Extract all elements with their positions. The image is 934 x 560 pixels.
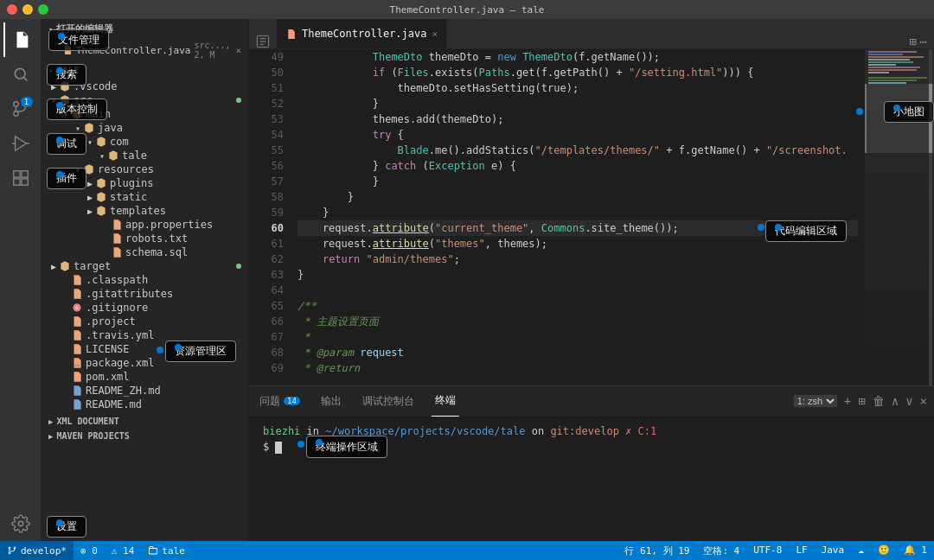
errors-status[interactable]: ⊗ 0: [74, 541, 105, 560]
code-editor[interactable]: ThemeDto themeDto = new ThemeDto(f.getNa…: [291, 49, 865, 385]
tree-label: templates: [110, 205, 166, 217]
branch-status[interactable]: develop*: [0, 541, 74, 560]
tree-item-static[interactable]: ▶ static: [42, 190, 248, 204]
close-file-button[interactable]: ×: [235, 45, 241, 56]
tree-item-travis[interactable]: ▶ .travis.yml: [42, 328, 248, 342]
debug-console-label: 调试控制台: [362, 394, 414, 409]
more-actions-icon[interactable]: ⋯: [920, 35, 927, 48]
xml-section-header[interactable]: ▶ XML DOCUMENT: [42, 411, 248, 428]
line-ending[interactable]: LF: [789, 544, 814, 556]
activity-icon-files[interactable]: 文件管理: [3, 22, 38, 57]
panel-tab-terminal[interactable]: 终端: [432, 386, 459, 417]
editor-dot: [758, 224, 764, 231]
modified-dot: [236, 98, 241, 103]
scroll-down-icon[interactable]: ∨: [905, 394, 912, 408]
scroll-up-icon[interactable]: ∧: [892, 394, 899, 408]
activity-icon-debug[interactable]: 调试: [3, 126, 38, 161]
close-window-button[interactable]: [7, 4, 17, 15]
language-mode[interactable]: Java: [815, 544, 852, 556]
maximize-window-button[interactable]: [38, 4, 48, 15]
tree-item-robots[interactable]: ▶ robots.txt: [42, 232, 248, 245]
panel-tab-debug-console[interactable]: 调试控制台: [359, 386, 418, 417]
open-editors-header: ▾ 打开的编辑器: [42, 19, 248, 39]
svg-rect-11: [13, 179, 19, 185]
tree-label: plugins: [110, 177, 154, 189]
tree-item-classpath[interactable]: ▶ .classpath: [42, 273, 248, 287]
tree-item-plugins[interactable]: ▶ plugins: [42, 176, 248, 190]
tree-item-pom-xml[interactable]: ▶ pom.xml: [42, 370, 248, 384]
editor-split: 49 50 51 52 53 54 55 56 57 58 59 60 61 6…: [249, 49, 934, 385]
tree-item-project[interactable]: ▶ .project: [42, 315, 248, 328]
tree-label: README_ZH.md: [86, 385, 161, 397]
sync-icon[interactable]: ☁: [851, 544, 871, 556]
open-file-meta: src..., 2, M: [194, 41, 235, 60]
tab-label: ThemeController.java: [302, 28, 427, 40]
tree-label: README.md: [86, 398, 142, 410]
tree-item-schema[interactable]: ▶ schema.sql: [42, 245, 248, 259]
tree-item-templates[interactable]: ▶ templates: [42, 204, 248, 218]
tree-item-resources[interactable]: ▾ resources: [42, 162, 248, 176]
editor-icon: [249, 35, 277, 48]
tab-theme-controller[interactable]: ThemeController.java ×: [277, 19, 447, 48]
tree-label: main: [86, 108, 111, 120]
encoding[interactable]: UTF-8: [746, 544, 789, 556]
activity-icon-search[interactable]: 搜索: [3, 57, 38, 92]
activity-bar: 文件管理 搜索 1 版本控制 调试 插件 设置: [0, 19, 42, 541]
activity-icon-plugins[interactable]: 插件: [3, 161, 38, 195]
tree-item-package-xml[interactable]: ▶ </> package.xml: [42, 356, 248, 370]
tree-item-gitattributes[interactable]: ▶ .gitattributes: [42, 287, 248, 301]
folder-status[interactable]: tale: [141, 541, 192, 560]
tree-label: com: [110, 136, 129, 148]
tree-item-app-properties[interactable]: ▶ app.properties: [42, 218, 248, 232]
open-file-item[interactable]: ThemeController.java src..., 2, M ×: [42, 39, 248, 61]
window-title: ThemeController.java — tale: [390, 4, 545, 16]
minimap-scrollbar[interactable]: [929, 84, 932, 153]
tree-label: java: [98, 122, 123, 134]
explorer-header: ▾ TALE: [42, 61, 248, 80]
tree-item-java[interactable]: ▾ java: [42, 121, 248, 135]
cursor-position[interactable]: 行 61, 列 19: [617, 544, 696, 557]
tree-item-readme-zh[interactable]: ▶ README_ZH.md: [42, 384, 248, 398]
split-terminal-icon[interactable]: ⊞: [858, 394, 865, 408]
warnings-status[interactable]: ⚠ 14: [105, 541, 142, 560]
panel-tab-problems[interactable]: 问题 14: [256, 386, 304, 417]
tree-item-target[interactable]: ▶ target: [42, 259, 248, 273]
close-panel-icon[interactable]: ×: [920, 394, 927, 408]
code-line-69: * @return: [297, 360, 858, 376]
tree-item-tale[interactable]: ▾ tale: [42, 149, 248, 162]
tree-item-license[interactable]: ▶ LICENSE: [42, 342, 248, 356]
code-line-66: * 主题设置页面: [297, 314, 858, 329]
code-line-60: request.attribute("current_theme", Commo…: [297, 220, 858, 236]
tree-label: .gitattributes: [86, 288, 173, 300]
terminal-body[interactable]: biezhi in ~/workspace/projects/vscode/ta…: [249, 417, 934, 541]
tree-item-vscode[interactable]: ▶ .vscode: [42, 80, 248, 93]
smiley-icon[interactable]: 🙂: [871, 544, 897, 556]
svg-point-0: [15, 68, 25, 79]
panel-tab-bar: 问题 14 输出 调试控制台 终端 1: zsh: [249, 386, 934, 417]
tree-item-src[interactable]: ▾ src: [42, 93, 248, 107]
svg-rect-9: [13, 171, 19, 177]
activity-icon-settings[interactable]: 设置: [3, 506, 38, 541]
code-line-65: /**: [297, 298, 858, 314]
svg-point-18: [9, 552, 10, 554]
tree-item-main[interactable]: ▾ main: [42, 107, 248, 121]
tree-item-com[interactable]: ▾ com: [42, 135, 248, 149]
tree-item-gitignore[interactable]: ▶ G .gitignore: [42, 301, 248, 315]
minimap[interactable]: [865, 49, 934, 385]
indentation[interactable]: 空格: 4: [696, 544, 746, 557]
tree-label: LICENSE: [86, 343, 130, 355]
maven-section-header[interactable]: ▶ MAVEN PROJECTS: [42, 428, 248, 442]
split-editor-icon[interactable]: ⊞: [909, 35, 916, 48]
panel-tab-output[interactable]: 输出: [317, 386, 345, 417]
tab-close-button[interactable]: ×: [432, 29, 438, 40]
tree-item-readme[interactable]: ▶ README.md: [42, 398, 248, 411]
minimize-window-button[interactable]: [22, 4, 33, 15]
terminal-selector[interactable]: 1: zsh: [794, 395, 837, 407]
notifications[interactable]: 🔔 1: [897, 544, 934, 556]
file-tree: ▶ .vscode ▾ src ▾ main: [42, 80, 248, 541]
new-terminal-icon[interactable]: +: [844, 394, 851, 408]
code-line-64: [297, 283, 858, 298]
xml-section-label: XML DOCUMENT: [56, 417, 118, 426]
activity-icon-vcs[interactable]: 1 版本控制: [3, 92, 38, 126]
kill-terminal-icon[interactable]: 🗑: [873, 394, 885, 408]
